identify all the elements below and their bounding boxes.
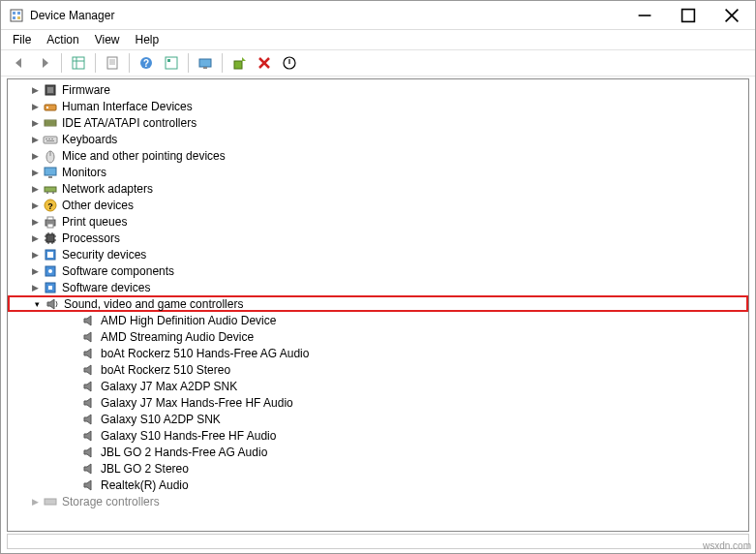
speaker-icon xyxy=(81,412,97,427)
tree-item-software-components[interactable]: ▶Software components xyxy=(8,262,748,279)
speaker-icon xyxy=(81,445,97,460)
svg-rect-2 xyxy=(17,12,20,15)
tree-item-other[interactable]: ▶?Other devices xyxy=(8,197,748,213)
action-button[interactable] xyxy=(160,51,183,75)
expand-icon[interactable]: ▶ xyxy=(29,249,41,261)
svg-rect-44 xyxy=(52,192,54,194)
tree-item-processors[interactable]: ▶Processors xyxy=(8,230,748,246)
menu-action[interactable]: Action xyxy=(39,31,86,48)
expand-icon[interactable]: ▶ xyxy=(29,84,41,96)
help-button[interactable]: ? xyxy=(135,51,158,75)
tree-item-keyboards[interactable]: ▶Keyboards xyxy=(8,131,748,147)
security-icon xyxy=(43,247,58,262)
tree-item-security[interactable]: ▶Security devices xyxy=(8,246,748,262)
tree-item-audio-device[interactable]: ▶Galaxy S10 Hands-Free HF Audio xyxy=(8,427,748,444)
svg-rect-0 xyxy=(11,10,22,21)
svg-rect-41 xyxy=(48,176,52,178)
svg-rect-35 xyxy=(48,138,50,139)
svg-rect-48 xyxy=(47,217,53,220)
tree-item-audio-device[interactable]: ▶AMD High Definition Audio Device xyxy=(8,312,748,328)
svg-rect-9 xyxy=(73,57,84,69)
expand-icon[interactable]: ▶ xyxy=(29,167,41,178)
menu-file[interactable]: File xyxy=(5,31,39,48)
keyboard-icon xyxy=(43,132,58,147)
tree-item-network[interactable]: ▶Network adapters xyxy=(8,180,748,197)
svg-point-62 xyxy=(48,269,52,273)
maximize-button[interactable] xyxy=(666,1,710,30)
tree-item-hid[interactable]: ▶Human Interface Devices xyxy=(8,98,748,114)
tree-item-firmware[interactable]: ▶Firmware xyxy=(8,81,748,98)
app-icon xyxy=(9,8,24,23)
svg-rect-12 xyxy=(107,57,117,69)
properties-button[interactable] xyxy=(101,51,124,75)
tree-item-audio-device[interactable]: ▶Realtek(R) Audio xyxy=(8,477,748,493)
svg-rect-36 xyxy=(51,138,53,139)
tree-label: boAt Rockerz 510 Stereo xyxy=(101,363,230,377)
menu-help[interactable]: Help xyxy=(128,31,167,48)
scan-hardware-button[interactable] xyxy=(194,51,217,75)
svg-rect-37 xyxy=(46,140,54,141)
minimize-button[interactable] xyxy=(622,1,666,30)
tree-item-audio-device[interactable]: ▶boAt Rockerz 510 Stereo xyxy=(8,361,748,378)
expand-icon[interactable]: ▶ xyxy=(29,101,41,112)
svg-rect-21 xyxy=(203,67,207,69)
tree-item-audio-device[interactable]: ▶Galaxy S10 A2DP SNK xyxy=(8,411,748,427)
tree-item-audio-device[interactable]: ▶AMD Streaming Audio Device xyxy=(8,328,748,345)
tree-item-mice[interactable]: ▶Mice and other pointing devices xyxy=(8,147,748,164)
show-hide-tree-button[interactable] xyxy=(67,51,90,75)
tree-item-sound[interactable]: ▾Sound, video and game controllers xyxy=(8,295,748,312)
close-button[interactable] xyxy=(710,1,753,30)
speaker-icon xyxy=(81,313,97,328)
expand-icon[interactable]: ▶ xyxy=(29,216,41,228)
processor-icon xyxy=(43,231,58,246)
update-driver-button[interactable] xyxy=(227,51,251,75)
expand-icon[interactable]: ▶ xyxy=(29,282,41,293)
tree-item-audio-device[interactable]: ▶Galaxy J7 Max A2DP SNK xyxy=(8,378,748,394)
device-tree[interactable]: ▶Firmware ▶Human Interface Devices ▶IDE … xyxy=(7,78,749,532)
tree-item-print-queues[interactable]: ▶Print queues xyxy=(8,213,748,230)
svg-rect-6 xyxy=(681,10,694,22)
tree-label: IDE ATA/ATAPI controllers xyxy=(62,116,197,130)
titlebar: Device Manager xyxy=(1,1,755,30)
tree-label: Software components xyxy=(62,264,174,278)
network-icon xyxy=(43,181,58,197)
expand-icon[interactable]: ▶ xyxy=(29,134,41,145)
svg-rect-49 xyxy=(47,224,53,228)
svg-rect-60 xyxy=(47,252,53,258)
statusbar xyxy=(7,534,749,549)
menu-view[interactable]: View xyxy=(87,31,128,48)
tree-item-audio-device[interactable]: ▶JBL GO 2 Stereo xyxy=(8,460,748,477)
tree-item-monitors[interactable]: ▶Monitors xyxy=(8,164,748,180)
tree-item-audio-device[interactable]: ▶boAt Rockerz 510 Hands-Free AG Audio xyxy=(8,345,748,361)
expand-icon[interactable]: ▶ xyxy=(29,150,41,162)
expand-icon[interactable]: ▶ xyxy=(29,183,41,195)
tree-item-storage[interactable]: ▶Storage controllers xyxy=(8,493,748,509)
tree-label: Security devices xyxy=(62,248,146,262)
svg-rect-65 xyxy=(45,499,56,505)
speaker-icon xyxy=(81,428,97,444)
disable-device-button[interactable] xyxy=(278,51,301,75)
tree-item-audio-device[interactable]: ▶Galaxy J7 Max Hands-Free HF Audio xyxy=(8,394,748,411)
software-dev-icon xyxy=(43,280,58,295)
tree-label: Software devices xyxy=(62,281,150,294)
expand-icon[interactable]: ▶ xyxy=(29,117,41,129)
back-button[interactable] xyxy=(8,51,31,75)
svg-rect-40 xyxy=(45,168,56,175)
uninstall-device-button[interactable] xyxy=(253,51,276,75)
speaker-icon xyxy=(81,477,97,493)
speaker-icon xyxy=(81,461,97,477)
toolbar-separator xyxy=(95,53,96,73)
tree-item-ide[interactable]: ▶IDE ATA/ATAPI controllers xyxy=(8,114,748,131)
tree-label: Monitors xyxy=(62,166,106,179)
expand-icon[interactable]: ▶ xyxy=(29,265,41,277)
tree-item-audio-device[interactable]: ▶JBL GO 2 Hands-Free AG Audio xyxy=(8,444,748,460)
forward-button[interactable] xyxy=(33,51,56,75)
expand-icon[interactable]: ▶ xyxy=(29,496,41,508)
expand-icon[interactable]: ▶ xyxy=(29,232,41,244)
tree-item-software-devices[interactable]: ▶Software devices xyxy=(8,279,748,295)
tree-label: Realtek(R) Audio xyxy=(101,478,189,492)
expand-icon[interactable]: ▶ xyxy=(29,200,41,211)
collapse-icon[interactable]: ▾ xyxy=(31,298,43,310)
tree-label: Galaxy S10 A2DP SNK xyxy=(101,413,221,426)
svg-rect-30 xyxy=(45,120,56,126)
